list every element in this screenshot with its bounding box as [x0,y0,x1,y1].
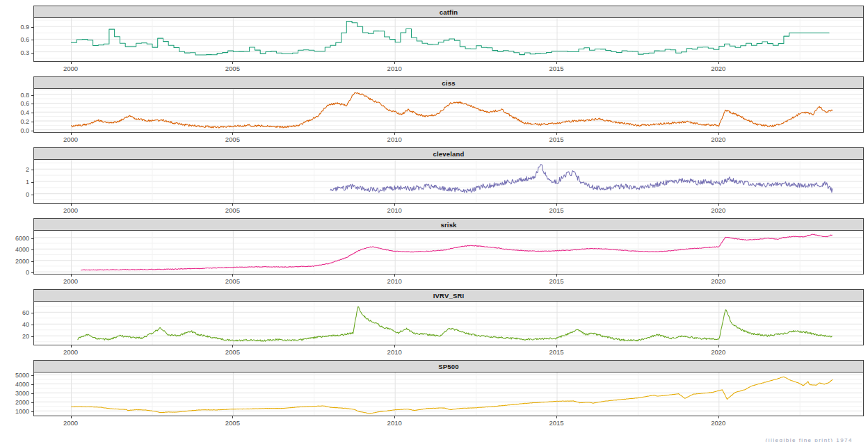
facet-cleveland: 012cleveland20002005201020152020 [0,147,868,214]
x-tick-label: 2015 [541,136,572,143]
panel-srisk: srisk20002005201020152020 [33,218,864,285]
y-tick-mark [31,27,33,28]
y-tick-label: 0.6 [20,36,29,43]
x-axis-srisk: 20002005201020152020 [33,275,862,285]
panel-SP500: SP50020002005201020152020 [33,360,864,427]
y-tick-label: 0.0 [20,127,29,134]
x-tick-label: 2005 [217,206,248,214]
y-tick-mark [31,122,33,122]
strip-ciss: ciss [33,76,864,88]
y-tick-mark [31,113,33,113]
y-tick-label: 0 [26,269,29,276]
x-tick-label: 2010 [379,277,410,285]
y-tick-mark [31,249,33,250]
y-tick-mark [31,261,33,262]
y-tick-label: 1000 [15,408,29,415]
y-tick-mark [31,411,33,412]
x-tick-label: 2015 [541,348,572,356]
y-axis-SP500: 10002000300040005000 [0,360,33,427]
x-tick-label: 2015 [541,206,572,214]
facet-srisk: 0200040006000srisk20002005201020152020 [0,218,868,285]
panel-catfin: catfin20002005201020152020 [33,6,864,72]
y-tick-mark [31,336,33,337]
plot-ciss [33,88,864,133]
plot-cleveland [33,159,864,204]
y-tick-mark [31,104,33,104]
x-tick-label: 2005 [217,65,248,72]
y-tick-label: 0 [26,191,29,198]
x-tick-label: 2010 [379,348,410,356]
x-tick-label: 2010 [379,206,410,214]
x-tick-label: 2005 [217,348,248,356]
x-tick-label: 2020 [703,136,734,143]
x-tick-label: 2015 [541,419,572,427]
panel-cleveland: cleveland20002005201020152020 [33,147,864,214]
y-axis-ciss: 0.00.20.40.60.8 [0,76,33,143]
x-axis-SP500: 20002005201020152020 [33,416,862,427]
x-tick-label: 2000 [56,206,86,214]
x-tick-label: 2010 [379,419,410,427]
plot-SP500 [33,372,864,416]
x-axis-catfin: 20002005201020152020 [33,62,862,72]
panel-IVRV_SRI: IVRV_SRI20002005201020152020 [33,289,864,356]
y-tick-label: 5000 [15,372,29,379]
footer-note: (illegible fine print) 1974 [766,437,853,442]
y-tick-label: 60 [22,309,29,316]
plot-catfin [33,17,864,62]
facet-catfin: 0.30.60.9catfin20002005201020152020 [0,6,868,72]
y-tick-label: 2 [26,166,29,173]
y-axis-cleveland: 012 [0,147,33,214]
x-tick-label: 2000 [56,348,86,356]
y-tick-mark [31,375,33,376]
y-axis-catfin: 0.30.60.9 [0,6,33,72]
y-axis-srisk: 0200040006000 [0,218,33,285]
strip-cleveland: cleveland [33,147,864,159]
facet-SP500: 10002000300040005000SP500200020052010201… [0,360,868,427]
x-tick-label: 2010 [379,136,410,143]
y-tick-label: 0.8 [20,92,29,99]
y-tick-mark [31,195,33,195]
y-tick-label: 0.3 [20,49,29,56]
strip-srisk: srisk [33,218,864,230]
x-tick-label: 2020 [703,348,734,356]
x-tick-label: 2015 [541,65,572,72]
strip-catfin: catfin [33,6,864,17]
y-tick-mark [31,40,33,40]
y-tick-mark [31,272,33,273]
plot-IVRV_SRI [33,301,864,345]
panel-ciss: ciss20002005201020152020 [33,76,864,143]
x-axis-ciss: 20002005201020152020 [33,133,862,143]
y-tick-label: 4000 [15,381,29,388]
y-tick-label: 20 [22,333,29,340]
y-tick-mark [31,238,33,239]
x-tick-label: 2005 [217,419,248,427]
strip-IVRV_SRI: IVRV_SRI [33,289,864,301]
strip-SP500: SP500 [33,360,864,372]
y-tick-mark [31,170,33,170]
panel-title: ciss [442,79,455,87]
x-axis-IVRV_SRI: 20002005201020152020 [33,345,862,356]
y-tick-mark [31,53,33,54]
y-tick-mark [31,393,33,394]
x-tick-label: 2005 [217,277,248,285]
y-axis-IVRV_SRI: 204060 [0,289,33,356]
x-tick-label: 2015 [541,277,572,285]
y-tick-mark [31,131,33,131]
y-tick-label: 1 [26,179,29,186]
y-tick-mark [31,384,33,385]
y-tick-label: 40 [22,321,29,328]
panel-title: SP500 [438,363,459,370]
facet-grid: 0.30.60.9catfin200020052010201520200.00.… [0,0,868,427]
y-tick-label: 0.4 [20,109,29,116]
facet-IVRV_SRI: 204060IVRV_SRI20002005201020152020 [0,289,868,356]
y-tick-label: 4000 [15,246,29,253]
y-tick-label: 2000 [15,399,29,406]
x-tick-label: 2020 [703,206,734,214]
facet-ciss: 0.00.20.40.60.8ciss20002005201020152020 [0,76,868,143]
y-tick-label: 3000 [15,390,29,397]
x-tick-label: 2000 [56,136,86,143]
x-tick-label: 2000 [56,419,86,427]
x-tick-label: 2010 [379,65,410,72]
panel-title: srisk [440,221,456,229]
x-tick-label: 2000 [56,65,86,72]
